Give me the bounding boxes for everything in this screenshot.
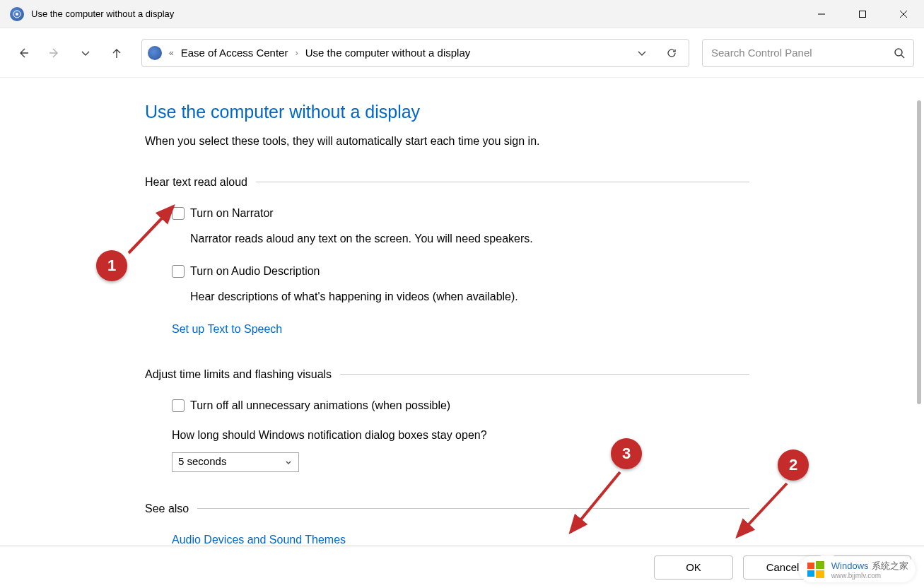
annotation-arrow-1	[120, 198, 184, 261]
svg-rect-17	[816, 570, 824, 578]
watermark-brand: Windows	[831, 560, 869, 571]
svg-rect-16	[807, 570, 814, 577]
animations-label[interactable]: Turn off all unnecessary animations (whe…	[190, 397, 450, 414]
svg-rect-15	[816, 561, 824, 569]
navigation-toolbar: « Ease of Access Center › Use the comput…	[0, 28, 924, 78]
breadcrumb-seg-2[interactable]: Use the computer without a display	[305, 47, 470, 59]
svg-point-1	[16, 13, 18, 16]
svg-rect-3	[860, 11, 866, 18]
watermark-cn: 系统之家	[872, 560, 908, 571]
svg-line-9	[129, 206, 173, 253]
notification-duration-value: 5 seconds	[178, 454, 226, 470]
notification-duration-label: How long should Windows notification dia…	[172, 427, 749, 444]
audio-description-checkbox[interactable]	[172, 265, 185, 278]
maximize-button[interactable]	[842, 0, 883, 28]
text-to-speech-link[interactable]: Set up Text to Speech	[172, 321, 282, 338]
control-panel-icon	[148, 46, 162, 60]
svg-line-11	[737, 483, 787, 536]
svg-line-13	[571, 472, 620, 532]
annotation-arrow-2	[727, 476, 797, 547]
ok-button[interactable]: OK	[654, 555, 733, 580]
svg-rect-14	[807, 563, 814, 569]
search-icon	[894, 47, 905, 59]
watermark-url: www.bjjmlv.com	[831, 572, 908, 580]
app-icon	[10, 7, 24, 21]
svg-line-7	[901, 55, 904, 58]
breadcrumb-overflow-icon[interactable]: «	[169, 48, 174, 58]
minimize-button[interactable]	[801, 0, 842, 28]
svg-point-6	[895, 49, 902, 56]
refresh-button[interactable]	[660, 42, 683, 64]
annotation-badge-1: 1	[96, 250, 127, 281]
window-titlebar: Use the computer without a display	[0, 0, 924, 28]
forward-button[interactable]	[41, 40, 68, 66]
page-subtitle: When you select these tools, they will a…	[145, 133, 749, 150]
search-box[interactable]	[702, 39, 914, 67]
audio-description-label[interactable]: Turn on Audio Description	[190, 263, 320, 280]
search-input[interactable]	[711, 47, 894, 59]
group-header-time-limits: Adjust time limits and flashing visuals	[145, 366, 749, 383]
notification-duration-select[interactable]: 5 seconds	[172, 452, 299, 472]
narrator-label[interactable]: Turn on Narrator	[190, 205, 274, 222]
annotation-arrow-3	[560, 465, 631, 543]
annotation-badge-2: 2	[778, 449, 809, 481]
audio-devices-link[interactable]: Audio Devices and Sound Themes	[172, 531, 346, 546]
window-title: Use the computer without a display	[31, 8, 801, 19]
recent-locations-button[interactable]	[72, 40, 99, 66]
watermark: Windows 系统之家 www.bjjmlv.com	[799, 556, 916, 582]
back-button[interactable]	[10, 40, 37, 66]
close-button[interactable]	[883, 0, 924, 28]
up-button[interactable]	[103, 40, 130, 66]
annotation-badge-3: 3	[611, 438, 642, 469]
breadcrumb-seg-1[interactable]: Ease of Access Center	[181, 47, 288, 59]
windows-logo-icon	[806, 560, 826, 580]
address-bar[interactable]: « Ease of Access Center › Use the comput…	[141, 39, 689, 67]
vertical-scrollbar[interactable]	[917, 100, 921, 404]
dialog-footer: OK Cancel Apply	[0, 546, 924, 588]
group-header-see-also: See also	[145, 500, 749, 517]
address-dropdown-button[interactable]	[631, 42, 653, 64]
page-title: Use the computer without a display	[145, 99, 749, 126]
narrator-description: Narrator reads aloud any text on the scr…	[190, 230, 749, 247]
group-header-hear-text: Hear text read aloud	[145, 174, 749, 191]
animations-checkbox[interactable]	[172, 399, 185, 412]
chevron-right-icon[interactable]: ›	[295, 47, 298, 58]
chevron-down-icon	[284, 458, 293, 466]
audio-description-description: Hear descriptions of what's happening in…	[190, 288, 749, 305]
